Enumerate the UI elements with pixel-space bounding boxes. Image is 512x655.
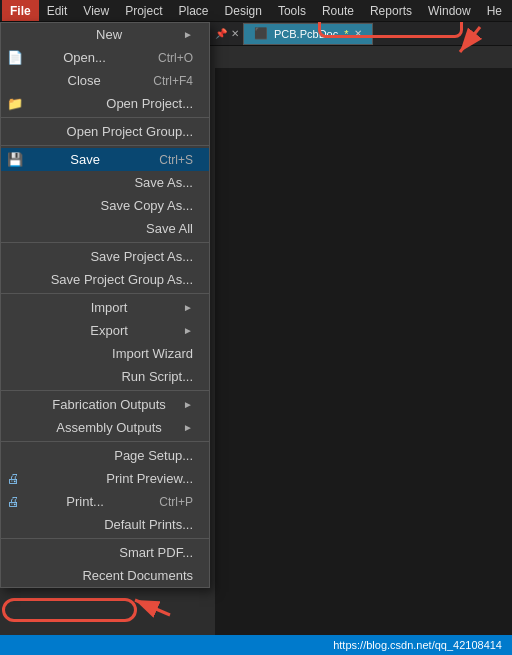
menubar: File Edit View Project Place Design Tool… <box>0 0 512 22</box>
menu-print-preview-icon: 🖨 <box>7 471 27 486</box>
menu-save-copy-as-label: Save Copy As... <box>101 198 194 213</box>
menu-save-project-group-as-label: Save Project Group As... <box>51 272 193 287</box>
menu-close[interactable]: Close Ctrl+F4 <box>1 69 209 92</box>
menubar-view[interactable]: View <box>75 0 117 21</box>
menu-close-label: Close <box>68 73 101 88</box>
menu-default-prints-label: Default Prints... <box>104 517 193 532</box>
menu-export-arrow: ► <box>183 325 193 336</box>
tab-close-button[interactable]: ✕ <box>354 28 362 39</box>
menu-open-project-label: Open Project... <box>106 96 193 111</box>
menu-save-project-group-as[interactable]: Save Project Group As... <box>1 268 209 294</box>
menu-import-arrow: ► <box>183 302 193 313</box>
pcb-tab[interactable]: ⬛ PCB.PcbDoc * ✕ <box>243 23 373 45</box>
menu-print-label: Print... <box>66 494 104 509</box>
menu-smart-pdf-label: Smart PDF... <box>119 545 193 560</box>
menu-fabrication-outputs[interactable]: Fabrication Outputs ► <box>1 393 209 416</box>
file-dropdown-menu: New ► 📄 Open... Ctrl+O Close Ctrl+F4 📁 O… <box>0 22 210 588</box>
menubar-edit[interactable]: Edit <box>39 0 76 21</box>
menubar-reports[interactable]: Reports <box>362 0 420 21</box>
menu-open-project-group[interactable]: Open Project Group... <box>1 120 209 146</box>
menu-save-as[interactable]: Save As... <box>1 171 209 194</box>
menu-default-prints[interactable]: Default Prints... <box>1 513 209 539</box>
menu-save-as-label: Save As... <box>134 175 193 190</box>
menu-export-label: Export <box>90 323 128 338</box>
menu-recent-documents-label: Recent Documents <box>82 568 193 583</box>
menu-page-setup-label: Page Setup... <box>114 448 193 463</box>
menu-page-setup[interactable]: Page Setup... <box>1 444 209 467</box>
menu-new[interactable]: New ► <box>1 23 209 46</box>
menu-run-script[interactable]: Run Script... <box>1 365 209 391</box>
menubar-place[interactable]: Place <box>171 0 217 21</box>
menu-save-project-as[interactable]: Save Project As... <box>1 245 209 268</box>
menu-fabrication-outputs-label: Fabrication Outputs <box>52 397 165 412</box>
menubar-window[interactable]: Window <box>420 0 479 21</box>
menu-open-icon: 📄 <box>7 50 27 65</box>
menu-close-shortcut: Ctrl+F4 <box>153 74 193 88</box>
menu-new-arrow: ► <box>183 29 193 40</box>
menu-save-copy-as[interactable]: Save Copy As... <box>1 194 209 217</box>
menu-open-project-icon: 📁 <box>7 96 27 111</box>
menu-import-wizard-label: Import Wizard <box>112 346 193 361</box>
menu-save[interactable]: 💾 Save Ctrl+S <box>1 148 209 171</box>
pcb-tab-icon: ⬛ <box>254 27 268 40</box>
menu-open-project-group-label: Open Project Group... <box>67 124 193 139</box>
menu-save-label: Save <box>70 152 100 167</box>
menu-export[interactable]: Export ► <box>1 319 209 342</box>
menu-open-shortcut: Ctrl+O <box>158 51 193 65</box>
menu-assembly-outputs-label: Assembly Outputs <box>56 420 162 435</box>
menu-print[interactable]: 🖨 Print... Ctrl+P <box>1 490 209 513</box>
menu-save-all-label: Save All <box>146 221 193 236</box>
tab-pin-icon: 📌 <box>215 28 227 39</box>
menubar-project[interactable]: Project <box>117 0 170 21</box>
tab-x-button[interactable]: ✕ <box>231 28 239 39</box>
pcb-tab-label: PCB.PcbDoc <box>274 28 338 40</box>
menu-open[interactable]: 📄 Open... Ctrl+O <box>1 46 209 69</box>
menubar-help[interactable]: He <box>479 0 510 21</box>
menu-print-preview[interactable]: 🖨 Print Preview... <box>1 467 209 490</box>
menu-assembly-outputs-arrow: ► <box>183 422 193 433</box>
menu-recent-documents[interactable]: Recent Documents <box>1 564 209 587</box>
menubar-tools[interactable]: Tools <box>270 0 314 21</box>
menu-print-shortcut: Ctrl+P <box>159 495 193 509</box>
menubar-file[interactable]: File <box>2 0 39 21</box>
menu-fabrication-outputs-arrow: ► <box>183 399 193 410</box>
menu-save-icon: 💾 <box>7 152 27 167</box>
menu-print-icon: 🖨 <box>7 494 27 509</box>
menu-run-script-label: Run Script... <box>121 369 193 384</box>
menu-import-label: Import <box>91 300 128 315</box>
menu-open-label: Open... <box>63 50 106 65</box>
menu-assembly-outputs[interactable]: Assembly Outputs ► <box>1 416 209 442</box>
menu-import[interactable]: Import ► <box>1 296 209 319</box>
status-bar: https://blog.csdn.net/qq_42108414 <box>0 635 512 655</box>
status-url: https://blog.csdn.net/qq_42108414 <box>333 639 502 651</box>
menu-import-wizard[interactable]: Import Wizard <box>1 342 209 365</box>
menu-save-shortcut: Ctrl+S <box>159 153 193 167</box>
menu-save-project-as-label: Save Project As... <box>90 249 193 264</box>
menubar-route[interactable]: Route <box>314 0 362 21</box>
menu-smart-pdf[interactable]: Smart PDF... <box>1 541 209 564</box>
menubar-design[interactable]: Design <box>217 0 270 21</box>
pcb-canvas <box>215 68 512 635</box>
tab-modified-indicator: * <box>344 28 348 40</box>
menu-new-label: New <box>96 27 122 42</box>
menu-open-project[interactable]: 📁 Open Project... <box>1 92 209 118</box>
menu-save-all[interactable]: Save All <box>1 217 209 243</box>
menu-print-preview-label: Print Preview... <box>106 471 193 486</box>
